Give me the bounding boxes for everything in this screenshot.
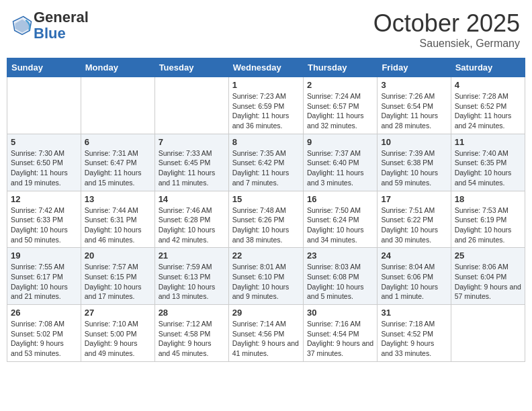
day-info: Sunrise: 7:23 AM Sunset: 6:59 PM Dayligh…	[232, 91, 300, 131]
day-info: Sunrise: 8:01 AM Sunset: 6:10 PM Dayligh…	[232, 262, 300, 302]
calendar-cell: 15Sunrise: 7:48 AM Sunset: 6:26 PM Dayli…	[228, 191, 303, 248]
day-number: 12	[11, 194, 77, 204]
day-number: 27	[85, 308, 151, 318]
calendar-cell: 29Sunrise: 7:14 AM Sunset: 4:56 PM Dayli…	[228, 305, 303, 362]
day-info: Sunrise: 7:18 AM Sunset: 4:52 PM Dayligh…	[381, 319, 447, 359]
day-number: 15	[232, 194, 300, 204]
day-info: Sunrise: 8:06 AM Sunset: 6:04 PM Dayligh…	[455, 262, 521, 302]
day-info: Sunrise: 7:31 AM Sunset: 6:47 PM Dayligh…	[85, 148, 151, 188]
weekday-header-friday: Friday	[378, 58, 451, 77]
title-block: October 2025 Sauensiek, Germany	[373, 9, 520, 50]
calendar-table: SundayMondayTuesdayWednesdayThursdayFrid…	[7, 58, 525, 362]
day-number: 5	[11, 137, 77, 147]
day-number: 18	[455, 194, 521, 204]
calendar-cell: 17Sunrise: 7:51 AM Sunset: 6:22 PM Dayli…	[378, 191, 451, 248]
day-info: Sunrise: 7:10 AM Sunset: 5:00 PM Dayligh…	[85, 319, 151, 359]
day-info: Sunrise: 7:50 AM Sunset: 6:24 PM Dayligh…	[307, 205, 373, 245]
calendar-cell: 18Sunrise: 7:53 AM Sunset: 6:19 PM Dayli…	[451, 191, 525, 248]
calendar-cell: 21Sunrise: 7:59 AM Sunset: 6:13 PM Dayli…	[154, 248, 228, 305]
day-info: Sunrise: 7:48 AM Sunset: 6:26 PM Dayligh…	[232, 205, 300, 245]
day-number: 17	[381, 194, 447, 204]
day-number: 31	[381, 308, 447, 318]
calendar-week-row: 5Sunrise: 7:30 AM Sunset: 6:50 PM Daylig…	[7, 134, 525, 191]
day-info: Sunrise: 7:37 AM Sunset: 6:40 PM Dayligh…	[307, 148, 373, 188]
calendar-cell: 7Sunrise: 7:33 AM Sunset: 6:45 PM Daylig…	[154, 134, 228, 191]
calendar-cell: 8Sunrise: 7:35 AM Sunset: 6:42 PM Daylig…	[228, 134, 303, 191]
day-number: 21	[159, 250, 225, 261]
page-header: General Blue October 2025 Sauensiek, Ger…	[7, 7, 525, 52]
day-number: 3	[381, 80, 447, 90]
day-number: 8	[232, 137, 300, 147]
day-info: Sunrise: 7:16 AM Sunset: 4:54 PM Dayligh…	[307, 319, 373, 359]
calendar-cell: 16Sunrise: 7:50 AM Sunset: 6:24 PM Dayli…	[303, 191, 377, 248]
calendar-cell: 3Sunrise: 7:26 AM Sunset: 6:54 PM Daylig…	[378, 77, 451, 134]
day-info: Sunrise: 7:33 AM Sunset: 6:45 PM Dayligh…	[159, 148, 225, 188]
logo-blue-text: Blue	[34, 25, 66, 42]
day-number: 19	[11, 250, 77, 261]
day-info: Sunrise: 7:12 AM Sunset: 4:58 PM Dayligh…	[159, 319, 225, 359]
day-number: 29	[232, 308, 300, 318]
day-info: Sunrise: 8:04 AM Sunset: 6:06 PM Dayligh…	[381, 262, 447, 302]
day-number: 13	[85, 194, 151, 204]
weekday-header-row: SundayMondayTuesdayWednesdayThursdayFrid…	[7, 58, 525, 77]
day-info: Sunrise: 7:14 AM Sunset: 4:56 PM Dayligh…	[232, 319, 300, 359]
weekday-header-sunday: Sunday	[7, 58, 81, 77]
day-info: Sunrise: 7:57 AM Sunset: 6:15 PM Dayligh…	[85, 262, 151, 302]
calendar-cell: 22Sunrise: 8:01 AM Sunset: 6:10 PM Dayli…	[228, 248, 303, 305]
calendar-cell: 26Sunrise: 7:08 AM Sunset: 5:02 PM Dayli…	[7, 305, 81, 362]
calendar-cell	[81, 77, 154, 134]
weekday-header-monday: Monday	[81, 58, 154, 77]
calendar-cell: 14Sunrise: 7:46 AM Sunset: 6:28 PM Dayli…	[154, 191, 228, 248]
day-number: 24	[381, 250, 447, 261]
calendar-cell: 2Sunrise: 7:24 AM Sunset: 6:57 PM Daylig…	[303, 77, 377, 134]
day-info: Sunrise: 7:53 AM Sunset: 6:19 PM Dayligh…	[455, 205, 521, 245]
day-number: 1	[232, 80, 300, 90]
calendar-cell: 10Sunrise: 7:39 AM Sunset: 6:38 PM Dayli…	[378, 134, 451, 191]
day-number: 2	[307, 80, 373, 90]
day-number: 7	[159, 137, 225, 147]
calendar-cell: 4Sunrise: 7:28 AM Sunset: 6:52 PM Daylig…	[451, 77, 525, 134]
day-number: 28	[159, 308, 225, 318]
weekday-header-wednesday: Wednesday	[228, 58, 303, 77]
day-number: 23	[307, 250, 373, 261]
day-info: Sunrise: 7:46 AM Sunset: 6:28 PM Dayligh…	[159, 205, 225, 245]
calendar-cell	[154, 77, 228, 134]
day-number: 25	[455, 250, 521, 261]
day-info: Sunrise: 7:44 AM Sunset: 6:31 PM Dayligh…	[85, 205, 151, 245]
month-title: October 2025	[373, 9, 520, 38]
calendar-cell: 13Sunrise: 7:44 AM Sunset: 6:31 PM Dayli…	[81, 191, 154, 248]
calendar-cell: 19Sunrise: 7:55 AM Sunset: 6:17 PM Dayli…	[7, 248, 81, 305]
location-title: Sauensiek, Germany	[373, 38, 520, 50]
day-info: Sunrise: 8:03 AM Sunset: 6:08 PM Dayligh…	[307, 262, 373, 302]
day-number: 16	[307, 194, 373, 204]
weekday-header-saturday: Saturday	[451, 58, 525, 77]
calendar-week-row: 1Sunrise: 7:23 AM Sunset: 6:59 PM Daylig…	[7, 77, 525, 134]
day-number: 4	[455, 80, 521, 90]
day-info: Sunrise: 7:40 AM Sunset: 6:35 PM Dayligh…	[455, 148, 521, 188]
day-info: Sunrise: 7:42 AM Sunset: 6:33 PM Dayligh…	[11, 205, 77, 245]
weekday-header-thursday: Thursday	[303, 58, 377, 77]
day-number: 26	[11, 308, 77, 318]
calendar-cell: 6Sunrise: 7:31 AM Sunset: 6:47 PM Daylig…	[81, 134, 154, 191]
day-number: 30	[307, 308, 373, 318]
day-info: Sunrise: 7:59 AM Sunset: 6:13 PM Dayligh…	[159, 262, 225, 302]
calendar-cell: 25Sunrise: 8:06 AM Sunset: 6:04 PM Dayli…	[451, 248, 525, 305]
weekday-header-tuesday: Tuesday	[154, 58, 228, 77]
logo-icon	[12, 15, 32, 36]
calendar-cell: 1Sunrise: 7:23 AM Sunset: 6:59 PM Daylig…	[228, 77, 303, 134]
day-info: Sunrise: 7:30 AM Sunset: 6:50 PM Dayligh…	[11, 148, 77, 188]
calendar-cell: 24Sunrise: 8:04 AM Sunset: 6:06 PM Dayli…	[378, 248, 451, 305]
logo-general-text: General	[34, 9, 89, 26]
day-info: Sunrise: 7:28 AM Sunset: 6:52 PM Dayligh…	[455, 91, 521, 131]
day-info: Sunrise: 7:26 AM Sunset: 6:54 PM Dayligh…	[381, 91, 447, 131]
calendar-cell: 31Sunrise: 7:18 AM Sunset: 4:52 PM Dayli…	[378, 305, 451, 362]
day-info: Sunrise: 7:51 AM Sunset: 6:22 PM Dayligh…	[381, 205, 447, 245]
day-info: Sunrise: 7:08 AM Sunset: 5:02 PM Dayligh…	[11, 319, 77, 359]
day-number: 22	[232, 250, 300, 261]
calendar-cell	[451, 305, 525, 362]
calendar-week-row: 26Sunrise: 7:08 AM Sunset: 5:02 PM Dayli…	[7, 305, 525, 362]
day-info: Sunrise: 7:24 AM Sunset: 6:57 PM Dayligh…	[307, 91, 373, 131]
day-number: 9	[307, 137, 373, 147]
calendar-cell	[7, 77, 81, 134]
calendar-cell: 12Sunrise: 7:42 AM Sunset: 6:33 PM Dayli…	[7, 191, 81, 248]
